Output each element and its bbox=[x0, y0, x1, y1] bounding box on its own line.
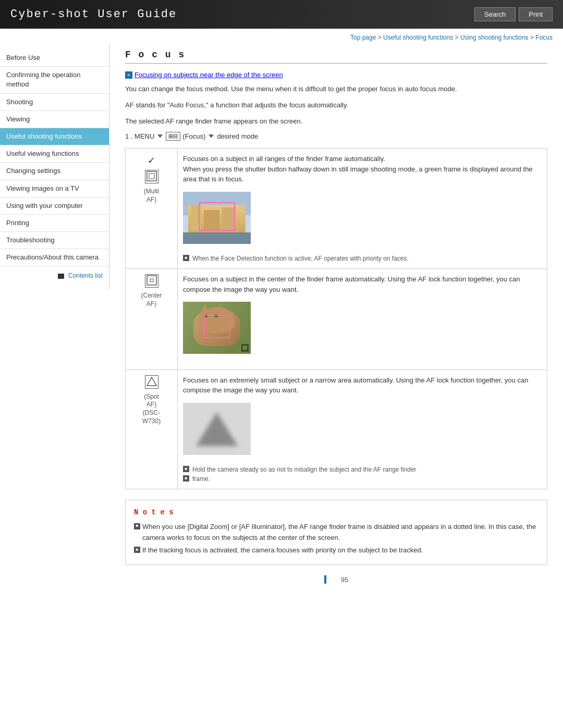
section-link[interactable]: ≡ Focusing on subjects near the edge of … bbox=[125, 71, 547, 79]
spot-af-image bbox=[183, 403, 251, 455]
notes-marker-1: ■ bbox=[134, 523, 140, 529]
table-row: (SpotAF)(DSC-W730) Focuses on an extreme… bbox=[126, 369, 547, 489]
sidebar-item-viewing-tv[interactable]: Viewing images on a TV bbox=[0, 180, 109, 198]
center-af-content: Focuses on a subject in the center of th… bbox=[178, 269, 547, 370]
sidebar: Before Use Confirming the operation meth… bbox=[0, 44, 109, 290]
center-af-frame bbox=[204, 315, 230, 338]
focus-row-icon-spot: (SpotAF)(DSC-W730) bbox=[126, 369, 178, 489]
notes-box: N o t e s ■ When you use [Digital Zoom] … bbox=[125, 500, 547, 565]
sidebar-item-confirming[interactable]: Confirming the operation method bbox=[0, 67, 109, 93]
sidebar-item-changing-settings[interactable]: Changing settings bbox=[0, 163, 109, 180]
notes-item-2: ■ If the tracking focus is activated, th… bbox=[134, 545, 538, 556]
notes-text-2: If the tracking focus is activated, the … bbox=[142, 545, 423, 556]
contents-list-link[interactable]: Contents list bbox=[0, 266, 109, 285]
multi-af-desc-main: Focuses on a subject in all ranges of th… bbox=[183, 154, 542, 164]
intro-para1: You can change the focus method. Use the… bbox=[125, 84, 547, 95]
breadcrumb-focus[interactable]: Focus bbox=[535, 34, 553, 41]
focus-menu-icon: ⊞⊟ bbox=[166, 132, 180, 141]
breadcrumb-using-shooting[interactable]: Using shooting functions bbox=[460, 34, 529, 41]
table-row: (CenterAF) Focuses on a subject in the c… bbox=[126, 269, 547, 370]
multi-af-label: (MultiAF) bbox=[144, 188, 159, 204]
note-marker-icon-spot: ■ bbox=[183, 466, 189, 472]
center-af-icon bbox=[145, 274, 158, 288]
multi-af-note: ■ When the Face Detection function is ac… bbox=[183, 254, 542, 263]
checkmark-icon: ✓ bbox=[148, 154, 155, 168]
sidebar-item-viewing[interactable]: Viewing bbox=[0, 111, 109, 128]
focus-row-icon-center: (CenterAF) bbox=[126, 269, 178, 370]
contents-list-icon bbox=[58, 274, 64, 279]
note-marker-icon-spot2: ■ bbox=[183, 475, 189, 482]
menu-step-number: 1 . MENU bbox=[125, 132, 154, 140]
breadcrumb-top[interactable]: Top page bbox=[350, 34, 376, 41]
header-actions: Search Print bbox=[474, 7, 553, 21]
svg-rect-1 bbox=[149, 174, 154, 179]
sidebar-item-using-computer[interactable]: Using with your computer bbox=[0, 198, 109, 215]
header: Cyber-shot User Guide Search Print bbox=[0, 0, 563, 29]
svg-marker-4 bbox=[147, 377, 156, 386]
page-number: 95 bbox=[341, 576, 348, 584]
print-button[interactable]: Print bbox=[519, 7, 553, 21]
spot-af-content: Focuses on an extremely small subject or… bbox=[178, 369, 547, 489]
sidebar-item-shooting[interactable]: Shooting bbox=[0, 94, 109, 111]
section-link-anchor[interactable]: Focusing on subjects near the edge of th… bbox=[134, 71, 283, 79]
notes-text-1: When you use [Digital Zoom] or [AF Illum… bbox=[142, 522, 538, 544]
arrow-down-icon-2 bbox=[209, 134, 214, 138]
contents-list-anchor[interactable]: Contents list bbox=[68, 272, 103, 279]
spot-af-desc: Focuses on an extremely small subject or… bbox=[183, 375, 542, 396]
center-af-desc: Focuses on a subject in the center of th… bbox=[183, 274, 542, 294]
focus-table: ✓ (MultiAF) Focuses on a subject in a bbox=[125, 148, 547, 489]
desired-mode-label: desired mode bbox=[217, 132, 258, 140]
svg-rect-0 bbox=[147, 171, 156, 181]
center-af-image: ⊡ bbox=[183, 302, 251, 354]
multi-af-desc-sub: When you press the shutter button halfwa… bbox=[183, 164, 542, 184]
multi-af-image bbox=[183, 192, 251, 244]
sidebar-item-troubleshooting[interactable]: Troubleshooting bbox=[0, 232, 109, 249]
focus-label: (Focus) bbox=[182, 132, 205, 140]
sidebar-item-before-use[interactable]: Before Use bbox=[0, 50, 109, 67]
menu-instruction: 1 . MENU ⊞⊟ (Focus) desired mode bbox=[125, 132, 547, 141]
af-frame-pink bbox=[199, 202, 235, 231]
spot-af-icon bbox=[145, 375, 158, 389]
page-title: F o c u s bbox=[125, 50, 547, 64]
content-wrapper: Before Use Confirming the operation meth… bbox=[0, 44, 563, 610]
multi-af-content: Focuses on a subject in all ranges of th… bbox=[178, 149, 547, 269]
notes-item-1: ■ When you use [Digital Zoom] or [AF Ill… bbox=[134, 522, 538, 544]
arrow-down-icon-1 bbox=[157, 134, 163, 138]
page-indicator-icon bbox=[324, 575, 326, 584]
intro-para2: AF stands for "Auto Focus," a function t… bbox=[125, 100, 547, 111]
search-button[interactable]: Search bbox=[474, 7, 516, 21]
notes-marker-2: ■ bbox=[134, 547, 140, 553]
main-content: F o c u s ≡ Focusing on subjects near th… bbox=[109, 44, 563, 610]
breadcrumb-useful-shooting[interactable]: Useful shooting functions bbox=[383, 34, 453, 41]
page-footer: 95 bbox=[125, 565, 547, 594]
section-link-icon: ≡ bbox=[125, 71, 132, 79]
spot-af-note2: ■ frame. bbox=[183, 474, 542, 484]
focus-row-icon-multi: ✓ (MultiAF) bbox=[126, 149, 178, 269]
note-marker-icon: ■ bbox=[183, 255, 189, 261]
sidebar-item-precautions[interactable]: Precautions/About this camera bbox=[0, 249, 109, 266]
notes-title: N o t e s bbox=[134, 507, 538, 518]
spot-af-label: (SpotAF)(DSC-W730) bbox=[142, 393, 161, 425]
app-title: Cyber-shot User Guide bbox=[10, 8, 177, 21]
sidebar-item-useful-shooting[interactable]: Useful shooting functions bbox=[0, 128, 109, 145]
intro-para3: The selected AF range finder frame appea… bbox=[125, 116, 547, 127]
spot-af-note1: ■ Hold the camera steady so as not to mi… bbox=[183, 465, 542, 474]
svg-rect-2 bbox=[147, 276, 156, 285]
sidebar-item-printing[interactable]: Printing bbox=[0, 215, 109, 232]
svg-rect-3 bbox=[150, 279, 153, 282]
table-row: ✓ (MultiAF) Focuses on a subject in a bbox=[126, 149, 547, 269]
center-af-label: (CenterAF) bbox=[141, 292, 162, 308]
sidebar-item-useful-viewing[interactable]: Useful viewing functions bbox=[0, 145, 109, 163]
multi-af-icon bbox=[145, 170, 158, 183]
breadcrumb: Top page > Useful shooting functions > U… bbox=[0, 29, 563, 44]
